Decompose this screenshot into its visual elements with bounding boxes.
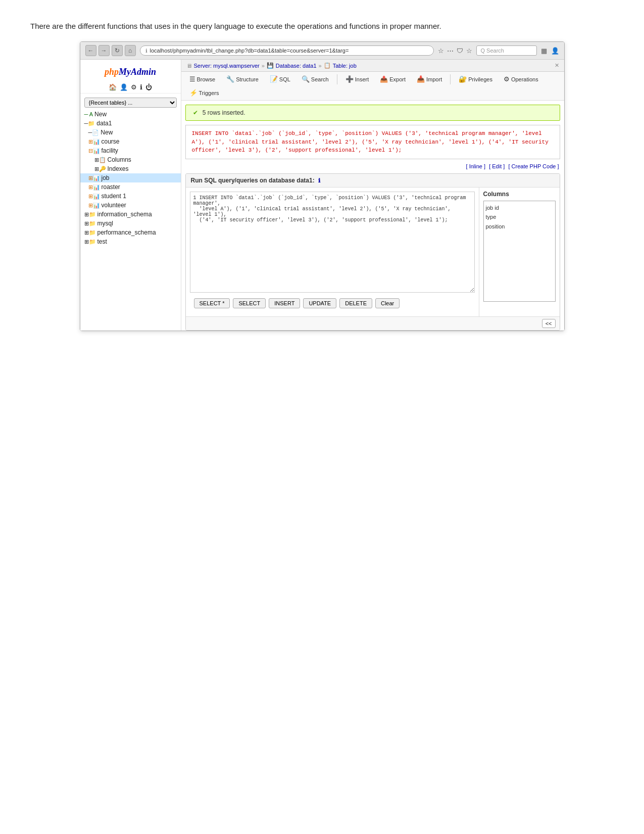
column-job-id[interactable]: job id: [486, 203, 553, 213]
sidebar-item-facility[interactable]: ⊟📊 facility: [80, 146, 181, 155]
sidebar-item-new-data1[interactable]: ─📄 New: [80, 128, 181, 137]
import-button[interactable]: 📥 Import: [413, 74, 446, 84]
breadcrumb-table-icon: 📋: [324, 62, 331, 69]
sidebar-icons: 🏠 👤 ⚙ ℹ ⏻: [80, 81, 181, 94]
sidebar-item-indexes[interactable]: ⊞🔑 Indexes: [80, 164, 181, 173]
sidebar-item-columns[interactable]: ⊞📋 Columns: [80, 155, 181, 164]
sql-links: [ Inline ] [ Edit ] [ Create PHP Code ]: [181, 162, 564, 170]
sidebar-item-test[interactable]: ⊞📁 test: [80, 237, 181, 246]
column-position[interactable]: position: [486, 222, 553, 231]
sidebar-item-job[interactable]: ⊞📊 job: [80, 173, 181, 182]
toolbar: ☰ Browse 🔧 Structure 📝 SQL 🔍 Search: [181, 72, 564, 101]
import-icon: 📥: [417, 75, 425, 83]
browser-search[interactable]: Q Search: [476, 45, 537, 56]
student1-icon: ⊞📊: [88, 193, 100, 200]
reload-button[interactable]: ↻: [112, 45, 123, 56]
update-button[interactable]: UPDATE: [303, 298, 336, 308]
address-bar[interactable]: ℹ localhost/phpmyadmin/tbl_change.php?db…: [140, 45, 434, 56]
toolbar-divider1: [337, 74, 337, 84]
sql-editor-section: Run SQL query/queries on database data1:…: [185, 173, 560, 331]
select-star-button[interactable]: SELECT *: [194, 298, 230, 308]
facility-icon: ⊟📊: [88, 148, 100, 154]
phpmyadmin-logo: phpMyAdmin: [80, 63, 181, 81]
new-data1-icon: ─📄: [88, 129, 100, 136]
bookmark-icon[interactable]: ☆: [438, 47, 444, 55]
clear-button[interactable]: Clear: [375, 298, 400, 308]
back-button[interactable]: ←: [85, 45, 96, 56]
create-php-link[interactable]: [ Create PHP Code ]: [508, 163, 559, 169]
browse-button[interactable]: ☰ Browse: [185, 74, 220, 84]
column-type[interactable]: type: [486, 212, 553, 222]
operations-button[interactable]: ⚙ Operations: [500, 74, 542, 84]
breadcrumb-server[interactable]: Server: mysql.wampserver: [194, 63, 260, 69]
breadcrumb-bar: 🖥 Server: mysql.wampserver » 💾 Database:…: [181, 60, 564, 72]
sql-button[interactable]: 📝 SQL: [266, 74, 294, 84]
sidebar-item-student1[interactable]: ⊞📊 student 1: [80, 192, 181, 201]
search-button[interactable]: 🔍 Search: [298, 74, 333, 84]
sidebar-item-roaster[interactable]: ⊞📊 roaster: [80, 182, 181, 192]
export-icon: 📤: [380, 75, 388, 83]
privileges-icon: 🔐: [459, 75, 467, 83]
sidebar-item-course[interactable]: ⊞📊 course: [80, 137, 181, 146]
sql-display: INSERT INTO `data1`.`job` (`job_id`, `ty…: [185, 125, 560, 159]
lock-icon: ℹ: [145, 48, 147, 54]
profile-icon[interactable]: 👤: [551, 47, 559, 55]
columns-list: job id type position: [483, 201, 556, 302]
breadcrumb-close-icon[interactable]: ✕: [555, 62, 559, 69]
right-panel: 🖥 Server: mysql.wampserver » 💾 Database:…: [181, 60, 564, 331]
sidebar-item-volunteer[interactable]: ⊞📊 volunteer: [80, 201, 181, 210]
recent-tables-select[interactable]: {Recent tables} ...: [84, 98, 177, 108]
triggers-button[interactable]: ⚡ Triggers: [185, 87, 223, 98]
browser-actions: ☆ ⋯ 🛡 ☆: [438, 47, 472, 55]
select-button[interactable]: SELECT: [233, 298, 266, 308]
star-icon[interactable]: ☆: [466, 47, 472, 55]
sidebar-item-new-root[interactable]: ─ A New: [80, 110, 181, 119]
insert-sql-button[interactable]: INSERT: [269, 298, 300, 308]
sidebar-item-data1[interactable]: ─📁 data1: [80, 119, 181, 128]
home-button[interactable]: ⌂: [125, 45, 136, 56]
breadcrumb-path: 🖥 Server: mysql.wampserver » 💾 Database:…: [186, 62, 357, 69]
sql-editor-header: Run SQL query/queries on database data1:…: [186, 174, 560, 188]
insert-button[interactable]: ➕ Insert: [341, 74, 373, 84]
columns-header: Columns: [483, 191, 556, 198]
address-text: localhost/phpmyadmin/tbl_change.php?db=d…: [150, 48, 349, 54]
info-sidebar-icon[interactable]: ℹ: [140, 83, 142, 91]
mysql-icon: ⊞📁: [84, 220, 96, 227]
nav-buttons: ← → ↻ ⌂: [85, 45, 136, 56]
shield-icon: 🛡: [457, 47, 463, 55]
sidebar-item-performance-schema[interactable]: ⊞📁 performance_schema: [80, 228, 181, 237]
operations-icon: ⚙: [504, 75, 510, 83]
collapse-icon[interactable]: <<: [542, 319, 556, 328]
delete-button[interactable]: DELETE: [339, 298, 372, 308]
breadcrumb-database[interactable]: Database: data1: [276, 63, 317, 69]
browser-window: ← → ↻ ⌂ ℹ localhost/phpmyadmin/tbl_chang…: [80, 41, 565, 331]
breadcrumb-table[interactable]: Table: job: [333, 63, 357, 69]
sql-textarea[interactable]: 1 INSERT INTO `data1`.`job` (`job_id`, `…: [190, 192, 475, 293]
structure-button[interactable]: 🔧 Structure: [222, 74, 263, 84]
sidebar-item-information-schema[interactable]: ⊞📁 information_schema: [80, 210, 181, 219]
columns-panel: Columns job id type position: [479, 188, 560, 316]
test-icon: ⊞📁: [84, 239, 96, 245]
menu-icon[interactable]: ⋯: [447, 47, 454, 55]
sql-editor-body: 1 INSERT INTO `data1`.`job` (`job_id`, `…: [186, 188, 560, 316]
privileges-button[interactable]: 🔐 Privileges: [455, 74, 497, 84]
indexes-icon: ⊞🔑: [94, 166, 106, 172]
power-sidebar-icon[interactable]: ⏻: [145, 83, 152, 91]
new-root-icon: ─ A: [84, 111, 93, 117]
settings-sidebar-icon[interactable]: ⚙: [131, 83, 137, 91]
course-icon: ⊞📊: [88, 138, 100, 145]
sql-textarea-wrap: 1 INSERT INTO `data1`.`job` (`job_id`, `…: [186, 188, 479, 316]
intro-paragraph: There are the different functions that u…: [30, 20, 614, 32]
browse-icon: ☰: [189, 75, 195, 83]
sidebar-item-mysql[interactable]: ⊞📁 mysql: [80, 219, 181, 228]
success-message: ✔ 5 rows inserted.: [185, 105, 560, 121]
export-button[interactable]: 📤 Export: [376, 74, 410, 84]
volunteer-icon: ⊞📊: [88, 202, 100, 209]
sql-help-icon[interactable]: ℹ: [318, 177, 320, 183]
edit-link[interactable]: [ Edit ]: [489, 163, 505, 169]
home-sidebar-icon[interactable]: 🏠: [109, 83, 117, 91]
user-sidebar-icon[interactable]: 👤: [120, 83, 128, 91]
inline-link[interactable]: [ Inline ]: [466, 163, 486, 169]
forward-button[interactable]: →: [98, 45, 110, 56]
breadcrumb-sep2: »: [319, 63, 322, 69]
